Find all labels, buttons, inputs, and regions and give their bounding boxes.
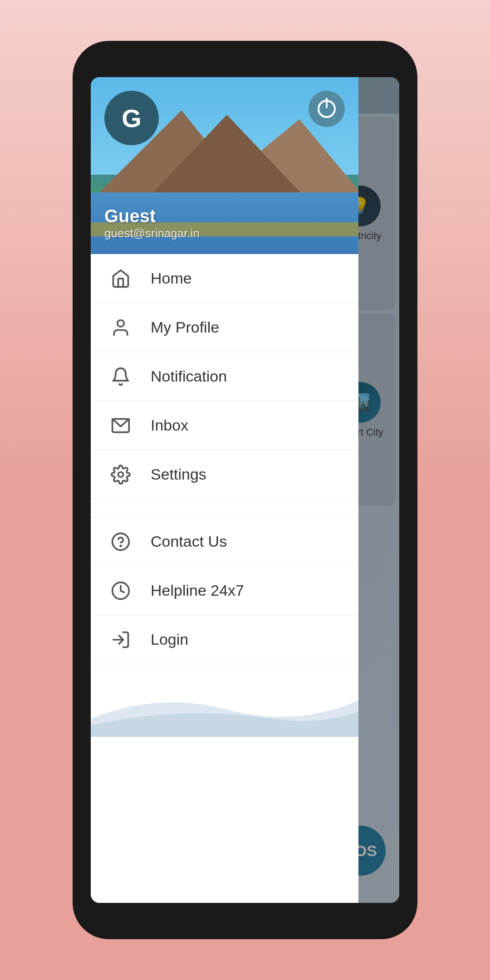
menu-item-notification[interactable]: Notification: [91, 352, 358, 401]
menu-item-helpline[interactable]: Helpline 24x7: [91, 566, 358, 615]
screen-dim-overlay[interactable]: [358, 77, 399, 903]
menu-item-login[interactable]: Login: [91, 615, 358, 664]
power-icon: [318, 100, 336, 118]
help-circle-icon: [109, 530, 132, 554]
menu-spacer: [91, 499, 358, 517]
login-label: Login: [151, 631, 188, 648]
contact-us-label: Contact Us: [151, 533, 227, 550]
settings-label: Settings: [151, 466, 206, 483]
drawer-header: G Guest guest@srinagar.in: [91, 77, 358, 254]
home-icon: [109, 267, 132, 290]
helpline-label: Helpline 24x7: [151, 582, 244, 599]
menu-item-my-profile[interactable]: My Profile: [91, 303, 358, 352]
phone-screen: agar ⛅ Weather 💡 Electricity 😤 Grievance…: [91, 77, 399, 903]
avatar: G: [104, 91, 159, 145]
phone-outer: agar ⛅ Weather 💡 Electricity 😤 Grievance…: [73, 41, 417, 939]
login-icon: [109, 628, 132, 652]
menu-item-settings[interactable]: Settings: [91, 450, 358, 499]
user-name: Guest: [104, 206, 200, 226]
gear-icon: [109, 463, 132, 486]
menu-item-inbox[interactable]: Inbox: [91, 401, 358, 450]
clock-icon: [109, 579, 132, 603]
mountain-mid: [145, 115, 309, 201]
person-icon: [109, 316, 132, 339]
menu-item-home[interactable]: Home: [91, 254, 358, 303]
user-email: guest@srinagar.in: [104, 226, 200, 240]
notification-label: Notification: [151, 368, 227, 385]
avatar-letter: G: [122, 103, 142, 133]
wave-svg: [91, 682, 358, 737]
svg-point-0: [118, 320, 124, 327]
drawer-bottom-decoration: [91, 664, 358, 737]
home-label: Home: [151, 270, 192, 287]
svg-point-2: [118, 472, 123, 477]
menu-item-contact-us[interactable]: Contact Us: [91, 517, 358, 566]
user-info: Guest guest@srinagar.in: [104, 206, 200, 240]
my-profile-label: My Profile: [151, 318, 219, 336]
mail-icon: [109, 414, 132, 437]
navigation-drawer: G Guest guest@srinagar.in Home: [91, 77, 358, 903]
bell-icon: [109, 365, 132, 388]
power-button[interactable]: [309, 91, 345, 127]
inbox-label: Inbox: [151, 416, 188, 434]
drawer-menu: Home My Profile Notification: [91, 254, 358, 903]
